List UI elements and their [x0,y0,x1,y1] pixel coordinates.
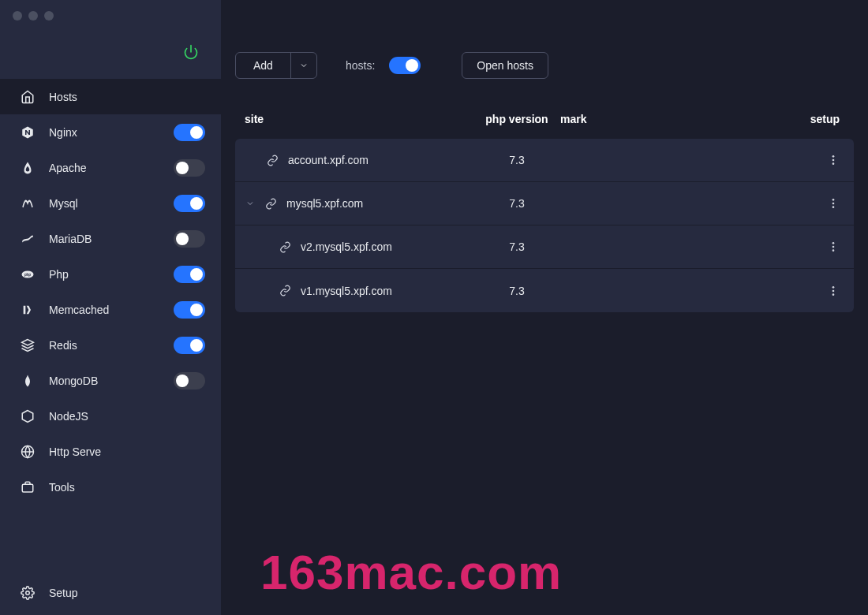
sidebar-item-label: Apache [49,162,159,174]
link-icon[interactable] [267,155,279,166]
site-name: v2.mysql5.xpf.com [301,240,392,253]
apache-toggle[interactable] [174,159,205,177]
sidebar-item-mariadb[interactable]: MariaDB [0,221,221,256]
header-mark: mark [560,113,797,125]
sidebar-item-php[interactable]: phpPhp [0,256,221,292]
sidebar-item-nginx[interactable]: Nginx [0,114,221,150]
php-version: 7.3 [473,285,560,297]
sidebar-item-label: Mysql [49,197,159,210]
window-zoom-dot[interactable] [44,11,54,20]
sidebar-item-label: Tools [49,481,205,494]
more-icon[interactable] [797,154,844,166]
power-icon[interactable] [183,44,199,60]
sidebar-item-mongodb[interactable]: MongoDB [0,363,221,398]
nginx-toggle[interactable] [174,124,205,141]
redis-icon [21,338,35,352]
site-name: mysql5.xpf.com [286,197,363,210]
memcached-icon [21,303,35,317]
sidebar-item-redis[interactable]: Redis [0,327,221,363]
window-minimize-dot[interactable] [28,11,38,20]
sidebar-item-label: Memcached [49,304,159,316]
sidebar-item-label: Redis [49,339,159,352]
table-row[interactable]: v2.mysql5.xpf.com7.3 [235,226,854,269]
chevron-down-icon [299,61,309,70]
more-icon[interactable] [797,240,844,253]
mysql-toggle[interactable] [174,195,205,212]
site-name: v1.mysql5.xpf.com [301,285,392,297]
table-row[interactable]: account.xpf.com7.3 [235,139,854,182]
svg-point-10 [832,199,835,201]
chevron-down-icon[interactable] [245,199,256,208]
hosts-table: site php version mark setup account.xpf.… [235,99,854,312]
hosts-icon [21,90,35,104]
sidebar-item-tools[interactable]: Tools [0,469,221,505]
mysql-icon [21,196,35,211]
gear-icon [21,586,35,600]
sidebar-item-setup[interactable]: Setup [0,575,221,610]
link-icon[interactable] [279,241,291,253]
svg-point-17 [832,289,835,292]
nodejs-icon [21,409,35,423]
redis-toggle[interactable] [174,337,205,354]
svg-point-18 [832,293,835,296]
sidebar-item-mysql[interactable]: Mysql [0,185,221,221]
sidebar-item-label: MariaDB [49,233,159,245]
svg-point-14 [832,246,835,248]
svg-point-16 [832,286,835,289]
more-icon[interactable] [797,285,844,297]
svg-point-6 [26,591,30,594]
svg-point-7 [832,155,835,158]
sidebar-item-apache[interactable]: Apache [0,150,221,185]
sidebar-item-hosts[interactable]: Hosts [0,79,221,114]
sidebar-item-label: MongoDB [49,375,159,387]
tools-icon [21,480,35,494]
sidebar-item-memcached[interactable]: Memcached [0,292,221,327]
php-toggle[interactable] [174,266,205,283]
sidebar-item-httpserve[interactable]: Http Serve [0,434,221,469]
table-header: site php version mark setup [235,99,854,139]
svg-point-11 [832,203,835,205]
sidebar-item-label: NodeJS [49,410,205,423]
site-name: account.xpf.com [288,154,369,166]
php-version: 7.3 [473,240,560,253]
hosts-label: hosts: [346,59,375,72]
window-titlebar [0,0,221,32]
open-hosts-button[interactable]: Open hosts [462,52,548,79]
add-button[interactable]: Add [236,53,290,78]
add-button-group: Add [235,52,317,79]
sidebar-item-label: Hosts [49,91,205,103]
svg-point-13 [832,242,835,244]
svg-point-8 [832,159,835,162]
main-content: Add hosts: Open hosts site php version m… [221,32,868,615]
mongodb-toggle[interactable] [174,372,205,390]
sidebar-item-label: Php [49,268,159,281]
add-dropdown-button[interactable] [290,53,316,78]
memcached-toggle[interactable] [174,301,205,319]
header-php: php version [473,113,560,125]
php-version: 7.3 [473,154,560,166]
sidebar-item-label: Nginx [49,126,159,139]
sidebar-nav: HostsNginxApacheMysqlMariaDBphpPhpMemcac… [0,79,221,505]
window-close-dot[interactable] [13,11,22,20]
svg-point-9 [832,162,835,165]
nginx-icon [21,125,35,140]
table-row[interactable]: v1.mysql5.xpf.com7.3 [235,269,854,312]
php-version: 7.3 [473,197,560,210]
more-icon[interactable] [797,197,844,210]
hosts-toggle[interactable] [389,57,421,74]
link-icon[interactable] [265,198,277,210]
header-setup: setup [797,113,844,125]
table-row[interactable]: mysql5.xpf.com7.3 [235,182,854,226]
svg-point-15 [832,249,835,252]
httpserve-icon [21,445,35,459]
sidebar-item-label: Setup [49,587,205,599]
sidebar-item-nodejs[interactable]: NodeJS [0,398,221,434]
php-icon: php [21,267,35,281]
apache-icon [21,161,35,175]
link-icon[interactable] [279,285,291,296]
mariadb-icon [21,232,35,246]
mongodb-icon [21,374,35,388]
mariadb-toggle[interactable] [174,230,205,248]
svg-point-12 [832,206,835,208]
toolbar: Add hosts: Open hosts [235,32,854,87]
